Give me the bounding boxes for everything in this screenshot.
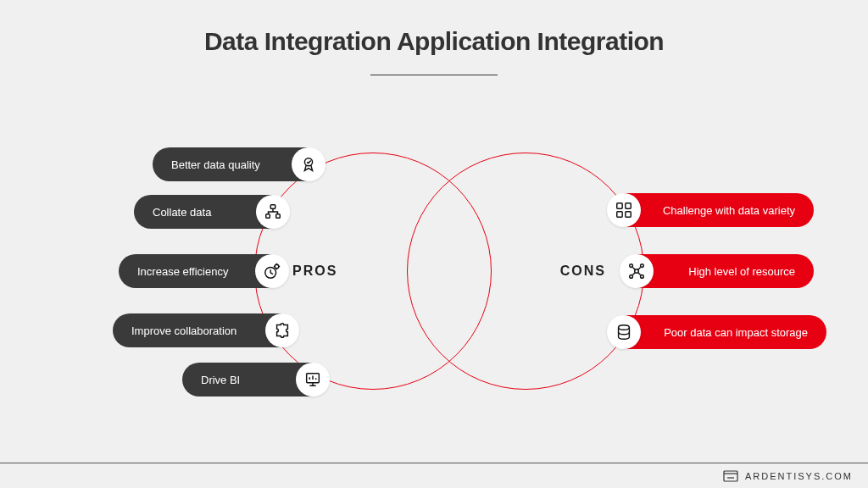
org-chart-icon bbox=[256, 195, 290, 229]
browser-icon bbox=[723, 470, 738, 482]
con-item-label: Poor data can impact storage bbox=[664, 326, 808, 339]
pro-item-label: Improve collaboration bbox=[131, 324, 236, 337]
footer-brand: ARDENTISYS.COM bbox=[745, 471, 853, 481]
pro-item-label: Increase efficiency bbox=[137, 265, 228, 278]
cons-label: CONS bbox=[560, 263, 606, 279]
con-item-variety: Challenge with data variety bbox=[610, 193, 814, 227]
pro-item-label: Collate data bbox=[153, 206, 211, 219]
pro-item-quality: Better data quality bbox=[153, 147, 322, 181]
data-variety-icon bbox=[607, 193, 641, 227]
title-underline bbox=[370, 75, 498, 75]
storage-icon bbox=[607, 315, 641, 349]
con-item-resource: High level of resource bbox=[623, 254, 814, 288]
pro-item-bi: Drive BI bbox=[182, 363, 326, 396]
pro-item-label: Drive BI bbox=[201, 374, 240, 386]
con-item-storage: Poor data can impact storage bbox=[610, 315, 826, 349]
venn-diagram: PROS CONS Better data quality Collate da… bbox=[0, 119, 868, 441]
pro-item-label: Better data quality bbox=[171, 158, 260, 171]
pro-item-efficiency: Increase efficiency bbox=[119, 254, 286, 288]
footer: ARDENTISYS.COM bbox=[0, 463, 868, 488]
cons-circle: CONS bbox=[407, 152, 644, 390]
pro-item-collate: Collate data bbox=[134, 195, 287, 229]
presentation-icon bbox=[296, 363, 330, 396]
network-icon bbox=[620, 254, 654, 288]
con-item-label: High level of resource bbox=[688, 265, 795, 278]
pros-label: PROS bbox=[292, 263, 337, 279]
pro-item-collab: Improve collaboration bbox=[113, 313, 296, 347]
clock-gear-icon bbox=[255, 254, 289, 288]
puzzle-icon bbox=[265, 313, 299, 347]
con-item-label: Challenge with data variety bbox=[663, 204, 795, 217]
page-title: Data Integration Application Integration bbox=[0, 0, 868, 56]
award-icon bbox=[292, 147, 326, 181]
